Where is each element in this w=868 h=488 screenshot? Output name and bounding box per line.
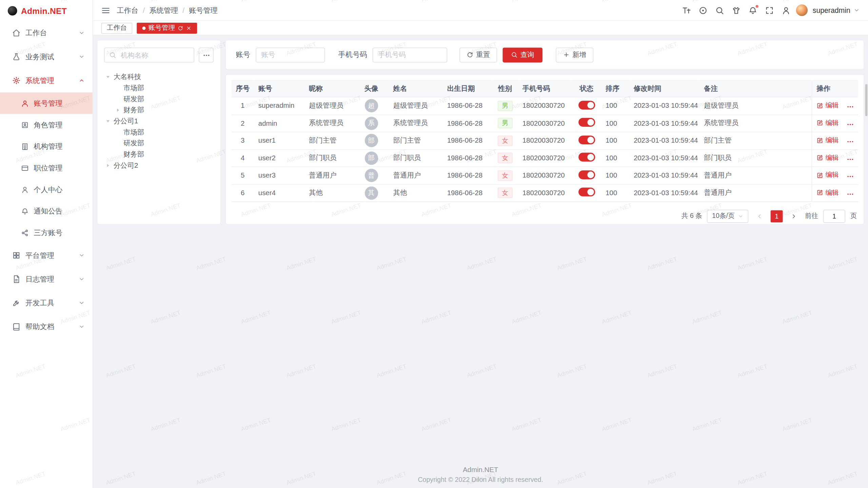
more-actions-button[interactable] bbox=[847, 172, 854, 180]
cell-avatar_text: 超 bbox=[354, 97, 389, 115]
status-toggle[interactable] bbox=[578, 170, 595, 179]
refresh-tab-icon[interactable] bbox=[178, 25, 183, 30]
accounts-table: 序号账号昵称头像姓名出生日期性别手机号码状态排序修改时间备注操作 1supera… bbox=[231, 80, 858, 202]
prev-page-button[interactable] bbox=[753, 210, 766, 222]
search-button[interactable]: 查询 bbox=[502, 47, 542, 62]
edit-button[interactable]: 编辑 bbox=[816, 101, 839, 110]
sidebar-item-position-management[interactable]: 职位管理 bbox=[0, 157, 93, 179]
sidebar-item-third-party-account[interactable]: 三方账号 bbox=[0, 222, 93, 244]
sidebar-item-platform-management[interactable]: 平台管理 bbox=[0, 243, 93, 267]
page-number-current[interactable]: 1 bbox=[771, 210, 783, 222]
profile-icon[interactable] bbox=[780, 4, 793, 17]
sidebar-item-workbench[interactable]: 工作台 bbox=[0, 21, 93, 45]
accounts-table-panel: 序号账号昵称头像姓名出生日期性别手机号码状态排序修改时间备注操作 1supera… bbox=[225, 74, 864, 225]
cell-index: 6 bbox=[231, 184, 254, 202]
close-tab-icon[interactable] bbox=[186, 25, 192, 30]
add-button[interactable]: 新增 bbox=[556, 47, 593, 62]
chevron-down-icon bbox=[79, 30, 85, 36]
footer-copyright: Copyright © 2022 Dilon All rights reserv… bbox=[93, 476, 868, 484]
theme-icon[interactable] bbox=[730, 4, 743, 17]
caret-right-icon bbox=[105, 163, 111, 168]
tree-node[interactable]: 财务部 bbox=[101, 149, 217, 160]
app-logo[interactable]: Admin.NET bbox=[0, 0, 93, 21]
tree-node-label: 市场部 bbox=[123, 127, 144, 137]
reset-button[interactable]: 重置 bbox=[459, 47, 497, 62]
goto-page-input[interactable] bbox=[823, 209, 845, 223]
next-page-button[interactable] bbox=[788, 210, 800, 222]
tree-node[interactable]: 研发部 bbox=[101, 94, 217, 105]
cell-birth_date: 1986-06-28 bbox=[443, 149, 492, 167]
more-actions-button[interactable] bbox=[847, 155, 854, 163]
language-icon[interactable] bbox=[696, 4, 710, 17]
sidebar-item-org-management[interactable]: 机构管理 bbox=[0, 136, 93, 157]
status-toggle[interactable] bbox=[578, 136, 595, 144]
tab-account-management[interactable]: 账号管理 bbox=[137, 22, 197, 34]
account-input[interactable] bbox=[256, 47, 325, 62]
more-actions-button[interactable] bbox=[847, 137, 854, 145]
fullscreen-icon[interactable] bbox=[763, 4, 776, 17]
row-avatar: 其 bbox=[365, 186, 378, 200]
tree-node-label: 分公司2 bbox=[114, 161, 138, 170]
sidebar-item-label: 个人中心 bbox=[34, 184, 63, 194]
caret-down-icon bbox=[105, 118, 111, 124]
status-toggle[interactable] bbox=[578, 188, 595, 197]
home-icon bbox=[12, 29, 20, 37]
status-toggle[interactable] bbox=[578, 153, 595, 162]
scrollbar-thumb[interactable] bbox=[865, 84, 868, 116]
sidebar-item-personal-center[interactable]: 个人中心 bbox=[0, 179, 93, 200]
table-row: 4user2部门职员部部门职员1986-06-28女18020030720100… bbox=[231, 149, 858, 167]
cell-phone: 18020030720 bbox=[518, 97, 572, 115]
username[interactable]: superadmin bbox=[813, 6, 850, 14]
org-search-input[interactable] bbox=[120, 50, 190, 59]
sidebar-item-account-management[interactable]: 账号管理 bbox=[0, 93, 93, 114]
sidebar-item-help-docs[interactable]: 帮助文档 bbox=[0, 315, 93, 339]
tree-node[interactable]: 财务部 bbox=[101, 105, 217, 116]
edit-button[interactable]: 编辑 bbox=[816, 153, 839, 163]
edit-button[interactable]: 编辑 bbox=[816, 136, 839, 145]
sidebar-item-business-test[interactable]: 业务测试 bbox=[0, 45, 93, 68]
notification-icon[interactable] bbox=[746, 4, 760, 17]
font-size-icon[interactable] bbox=[680, 4, 693, 17]
tree-node[interactable]: 分公司1 bbox=[101, 116, 217, 127]
chevron-down-icon[interactable] bbox=[854, 7, 860, 13]
tree-node[interactable]: 研发部 bbox=[101, 138, 217, 149]
tree-node[interactable]: 大名科技 bbox=[101, 72, 217, 83]
status-toggle[interactable] bbox=[578, 101, 595, 109]
cell-nickname: 系统管理员 bbox=[304, 115, 354, 132]
tree-node[interactable]: 市场部 bbox=[101, 127, 217, 138]
user-icon bbox=[21, 99, 29, 107]
more-actions-button[interactable] bbox=[847, 189, 854, 198]
tab-label: 账号管理 bbox=[149, 23, 175, 33]
sidebar-item-system-management[interactable]: 系统管理 bbox=[0, 68, 93, 92]
cell-avatar_text: 部 bbox=[354, 149, 389, 167]
cell-name: 超级管理员 bbox=[389, 97, 443, 115]
footer-title: Admin.NET bbox=[93, 466, 868, 474]
sidebar-item-dev-tools[interactable]: 开发工具 bbox=[0, 291, 93, 315]
tree-more-button[interactable] bbox=[199, 47, 214, 62]
tree-node[interactable]: 市场部 bbox=[101, 82, 217, 94]
sidebar-item-log-management[interactable]: 日志管理 bbox=[0, 267, 93, 291]
sidebar-item-role-management[interactable]: 角色管理 bbox=[0, 114, 93, 136]
sidebar-item-notice-announcement[interactable]: 通知公告 bbox=[0, 200, 93, 222]
cell-sort: 100 bbox=[601, 184, 629, 202]
cell-avatar_text: 其 bbox=[354, 184, 389, 202]
edit-button[interactable]: 编辑 bbox=[816, 170, 839, 180]
more-actions-button[interactable] bbox=[847, 120, 854, 128]
more-actions-button[interactable] bbox=[847, 102, 854, 111]
tab-workbench[interactable]: 工作台 bbox=[101, 22, 132, 34]
breadcrumb-item[interactable]: 系统管理 bbox=[149, 5, 184, 15]
ellipsis-icon bbox=[847, 190, 854, 198]
ellipsis-icon bbox=[847, 103, 854, 111]
page-size-select[interactable]: 10条/页 bbox=[707, 209, 748, 223]
search-icon[interactable] bbox=[713, 4, 726, 17]
tree-node[interactable]: 分公司2 bbox=[101, 160, 217, 171]
status-toggle[interactable] bbox=[578, 118, 595, 127]
breadcrumb-item[interactable]: 工作台 bbox=[117, 5, 145, 15]
cell-remark: 部门主管 bbox=[699, 132, 812, 149]
phone-input[interactable] bbox=[373, 47, 447, 62]
collapse-menu-button[interactable] bbox=[101, 6, 110, 15]
edit-button[interactable]: 编辑 bbox=[816, 118, 839, 128]
edit-button[interactable]: 编辑 bbox=[816, 188, 839, 198]
cell-account: superadmin bbox=[254, 97, 304, 115]
user-avatar[interactable] bbox=[796, 4, 808, 16]
